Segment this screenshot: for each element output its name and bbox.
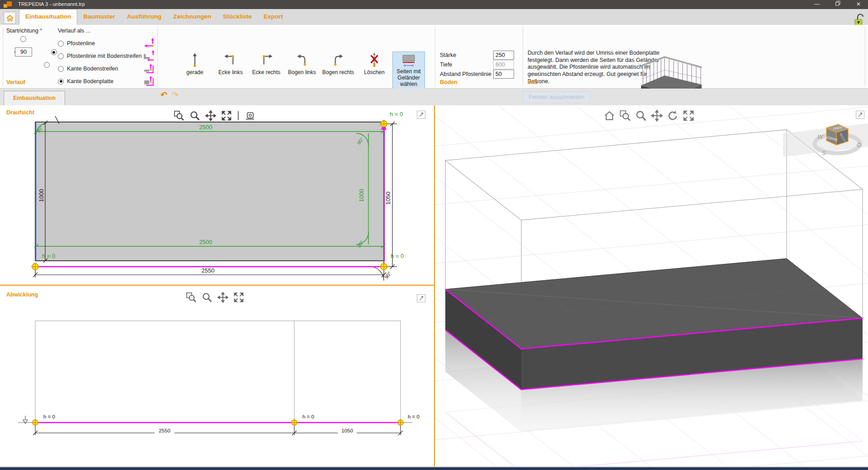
- abwicklung-drawing[interactable]: 2550 1050 h = 0 h = 0 h = 0: [0, 286, 434, 466]
- radio-kante-bodenplatte[interactable]: [58, 79, 64, 85]
- workspace: Draufsicht: [0, 105, 868, 466]
- bogen-rechts-button[interactable]: Bogen rechts: [321, 51, 355, 79]
- abw-seg2-label: 1050: [341, 428, 353, 433]
- pfostenline-icon: [143, 38, 156, 49]
- home-button[interactable]: [4, 12, 16, 24]
- option-pfostenline[interactable]: Pfostenline: [58, 40, 95, 47]
- ribbon: Startrichtung ° Verlauf Verlauf als ... …: [0, 25, 868, 89]
- undo-button[interactable]: ↶: [160, 90, 167, 100]
- tab-ausfuehrung[interactable]: Ausführung: [121, 9, 168, 25]
- tab-stueckliste[interactable]: Stückliste: [217, 9, 258, 25]
- fenster-ausschneiden-button: Fenster ausschneiden: [523, 91, 590, 103]
- title-bar: TREPEDIA 3 - unbenannt.trp — ✕: [0, 0, 868, 9]
- abw-seg1-label: 2550: [159, 428, 170, 433]
- h-zero-3: h = 0: [408, 414, 420, 419]
- restore-icon: [835, 1, 840, 6]
- radio-pfostenline[interactable]: [58, 41, 64, 47]
- startrichtung-radio-down[interactable]: [44, 62, 50, 68]
- document-tab-strip: Einbausituation ↶ ↷ Fenster ausschneiden: [0, 89, 868, 105]
- h-zero-1: h = 0: [43, 414, 55, 419]
- ecke-rechts-icon: [258, 51, 275, 68]
- dim-left-label: 1000: [38, 189, 45, 202]
- group-separator: [157, 27, 158, 86]
- startrichtung-input[interactable]: [15, 47, 32, 56]
- tiefe-row: Tiefe: [440, 60, 514, 69]
- loeschen-icon: [366, 51, 383, 68]
- group-separator: [3, 27, 3, 86]
- abstand-pfostenlinie-input[interactable]: [493, 70, 514, 79]
- option-kante-bodenstreifen[interactable]: Kante Bodenstreifen: [58, 66, 118, 72]
- rotate-view-icon[interactable]: [667, 110, 679, 122]
- option-pfostenlinie-bodenstreifen[interactable]: Pfostenlinie mit Bodenstreifen: [58, 53, 142, 59]
- close-button[interactable]: ✕: [849, 0, 868, 9]
- dim-right-inner-label: 1000: [358, 189, 365, 202]
- group-separator: [435, 27, 435, 86]
- radio-pfostenlinie-bodenstreifen[interactable]: [58, 53, 64, 59]
- window-title: TREPEDIA 3 - unbenannt.trp: [18, 1, 85, 7]
- tab-einbausituation[interactable]: Einbausituation: [19, 9, 77, 25]
- h-zero-2: h = 0: [302, 414, 314, 419]
- verlauf-group-label: Verlauf: [6, 79, 25, 85]
- verlauf-als-label: Verlauf als ...: [58, 28, 90, 34]
- dim-total-label: 2550: [202, 267, 215, 274]
- view3d-toolbar: [604, 110, 694, 122]
- pan-icon[interactable]: [651, 110, 663, 122]
- ribbon-tab-bar: Einbausituation Baumuster Ausführung Zei…: [0, 9, 868, 25]
- staerke-row: Stärke: [440, 51, 514, 60]
- app-logo-icon: [4, 1, 14, 8]
- compass-w[interactable]: W: [817, 133, 824, 140]
- startrichtung-label: Startrichtung °: [6, 28, 42, 34]
- dim-bottom-inner-label: 2500: [199, 239, 212, 245]
- boden-group-label: Boden: [440, 79, 458, 85]
- home-icon: [6, 14, 14, 22]
- seiten-mit-gelaender-button[interactable]: Seiten mit Geländer wählen: [392, 52, 425, 92]
- bogen-links-button[interactable]: Bogen links: [285, 51, 319, 79]
- compass-o[interactable]: O: [857, 141, 861, 148]
- home-view-icon[interactable]: [604, 110, 615, 122]
- abstand-row: Abstand Pfostenlinie: [440, 70, 514, 79]
- tab-export[interactable]: Export: [258, 9, 289, 25]
- tab-baumuster[interactable]: Baumuster: [77, 9, 121, 25]
- minimize-button[interactable]: —: [807, 0, 826, 9]
- dim-right-outer-label: 1050: [385, 192, 392, 205]
- kante-bodenplatte-icon: [143, 75, 156, 87]
- restore-button[interactable]: [828, 0, 847, 9]
- radio-kante-bodenstreifen[interactable]: [58, 66, 64, 72]
- loeschen-button[interactable]: Löschen: [357, 51, 392, 79]
- ecke-links-button[interactable]: Ecke links: [213, 51, 248, 79]
- redo-button[interactable]: ↷: [172, 90, 179, 100]
- staerke-input[interactable]: [493, 51, 514, 60]
- tiefe-input: [493, 60, 514, 69]
- zoom-window-icon[interactable]: [619, 110, 631, 122]
- seiten-mit-gelaender-icon: [399, 54, 419, 68]
- kante-bodenstreifen-icon: [143, 63, 156, 75]
- h-zero-left: h = 0: [42, 253, 55, 259]
- ribbon-tabs: Einbausituation Baumuster Ausführung Zei…: [19, 9, 289, 25]
- h-zero-top: h = 0: [390, 111, 403, 118]
- gerade-icon: [186, 51, 203, 68]
- angle-bottomright-outer: 90°: [383, 271, 392, 280]
- startrichtung-radio-right[interactable]: [51, 49, 57, 55]
- pfostenlinie-bodenstreifen-icon: [143, 50, 156, 62]
- application-window: TREPEDIA 3 - unbenannt.trp — ✕ Einbausit…: [0, 0, 868, 470]
- compass-s[interactable]: S: [822, 150, 826, 156]
- tab-zeichnungen[interactable]: Zeichnungen: [167, 9, 217, 25]
- tiefe-label: Tiefe: [440, 61, 493, 68]
- group-separator: [865, 27, 865, 86]
- view-3d[interactable]: W S O OBEN VORNE RECHTS: [435, 105, 868, 466]
- bogen-links-icon: [293, 51, 311, 68]
- zoom-fit-icon[interactable]: [683, 110, 694, 122]
- gerade-button[interactable]: gerade: [178, 51, 212, 79]
- zoom-icon[interactable]: [635, 110, 647, 122]
- doc-tab-einbausituation[interactable]: Einbausituation: [4, 91, 65, 105]
- draufsicht-drawing[interactable]: 2500 2500 1000 90° 90° 90° h = 0 h = 0 h…: [0, 105, 434, 285]
- bogen-rechts-icon: [330, 51, 347, 68]
- abstand-pfostenlinie-label: Abstand Pfostenlinie: [440, 71, 493, 77]
- ecke-rechts-button[interactable]: Ecke rechts: [249, 51, 283, 79]
- option-kante-bodenplatte[interactable]: Kante Bodenplatte: [58, 78, 113, 85]
- view3d-expand-button[interactable]: [856, 111, 864, 119]
- startrichtung-radio-up[interactable]: [20, 36, 26, 42]
- dim-top-label: 2500: [199, 124, 212, 131]
- staerke-label: Stärke: [440, 52, 493, 58]
- group-separator: [523, 27, 523, 86]
